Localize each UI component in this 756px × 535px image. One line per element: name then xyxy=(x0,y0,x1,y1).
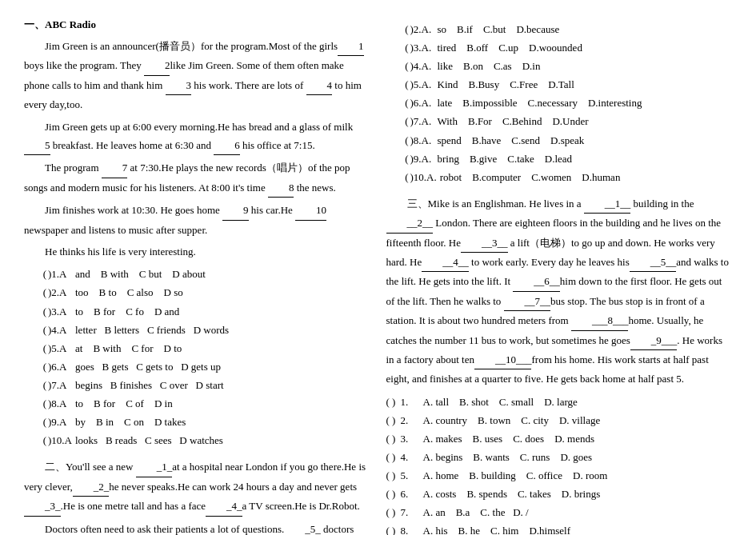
passage-2-p2: Doctors often need to ask their patients… xyxy=(24,520,370,536)
blank-1-8: 8 xyxy=(268,178,294,198)
q3-2: ( ) 2. A. country B. town C. city D. vil… xyxy=(386,412,733,429)
passage-1-p4: Jim finishes work at 10:30. He goes home… xyxy=(24,201,370,239)
rq2-8: ( )8.A. spend B.have C.send D.speak xyxy=(386,132,733,150)
passage-2-p1: 二、You'll see a new _1_at a hospital near… xyxy=(24,457,370,516)
blank-1-7: 7 xyxy=(102,158,128,178)
blank-1-10: 10 xyxy=(295,201,326,220)
blank-3-1: __1__ xyxy=(584,194,631,214)
blank-3-3: __3__ xyxy=(461,234,508,253)
rq2-5: ( )5.A. Kind B.Busy C.Free D.Tall xyxy=(386,76,733,94)
blank-1-1: 1 xyxy=(338,37,364,56)
page: 一、ABC Radio Jim Green is an announcer(播音… xyxy=(24,16,732,535)
q1-10: ( )10.A looks B reads C sees D watches xyxy=(24,432,370,449)
blank-3-10: __10___ xyxy=(474,350,532,369)
q1-8: ( )8.A to B for C of D in xyxy=(24,395,370,413)
q1-6: ( )6.A goes B gets C gets to D gets up xyxy=(24,358,370,376)
blank-1-9: 9 xyxy=(222,201,249,220)
q3-5: ( ) 5. A. home B. building C. office D. … xyxy=(386,467,733,485)
q1-5: ( )5.A at B with C for D to xyxy=(24,340,370,357)
rq2-9: ( )9.A. bring B.give C.take D.lead xyxy=(386,150,733,168)
blank-3-8: ___8___ xyxy=(571,311,629,330)
section-one-questions: ( )1.A and B with C but D about ( )2.A t… xyxy=(24,266,370,449)
blank-3-6: __6__ xyxy=(513,272,560,291)
blank-3-5: __5__ xyxy=(630,253,677,272)
section-one-title: 一、ABC Radio xyxy=(24,16,370,34)
passage-3-p1: 三、Mike is an Englishman. He lives in a _… xyxy=(386,194,733,389)
rq2-6: ( )6.A. late B.impossible C.necessary D.… xyxy=(386,94,733,112)
q3-8: ( ) 8. A. his B. he C. him D.himself xyxy=(386,522,733,535)
blank-3-7: __7__ xyxy=(504,292,551,311)
section-two-block: 二、You'll see a new _1_at a hospital near… xyxy=(24,457,370,535)
right-column: ( )2.A. so B.if C.but D.because ( )3.A. … xyxy=(386,16,733,535)
passage-1-p3: The program 7 at 7:30.He plays the new r… xyxy=(24,158,370,198)
blank-3-4: __4__ xyxy=(422,253,469,272)
q1-9: ( )9.A by B in C on D takes xyxy=(24,413,370,431)
blank-2-2: _2_ xyxy=(73,477,110,497)
rq2-10: ( )10.A. robot B.computer C.women D.huma… xyxy=(386,169,733,186)
blank-1-4: 4 xyxy=(306,76,333,95)
blank-1-3: 3 xyxy=(166,76,192,95)
rq2-2: ( )2.A. so B.if C.but D.because xyxy=(386,21,733,38)
blank-3-9: _9___ xyxy=(630,331,678,350)
q1-4: ( )4.A letter B letters C friends D word… xyxy=(24,321,370,339)
q1-2: ( )2.A too B to C also D so xyxy=(24,284,370,301)
section-three-questions: ( ) 1. A. tall B. shot C. small D. large… xyxy=(386,393,733,535)
rq2-7: ( )7.A. With B.For C.Behind D.Under xyxy=(386,113,733,130)
passage-1-p1: Jim Green is an announcer(播音员）for the pr… xyxy=(24,37,370,114)
q3-1: ( ) 1. A. tall B. shot C. small D. large xyxy=(386,393,733,411)
q3-4: ( ) 4. A. begins B. wants C. runs D. goe… xyxy=(386,449,733,466)
q3-3: ( ) 3. A. makes B. uses C. does D. mends xyxy=(386,430,733,448)
section-two-right-questions: ( )2.A. so B.if C.but D.because ( )3.A. … xyxy=(386,21,733,186)
blank-2-5: _5_ xyxy=(284,520,321,536)
passage-1-p5: He thinks his life is very interesting. xyxy=(24,242,370,261)
blank-2-4: _4_ xyxy=(206,497,242,516)
section-one-passages: Jim Green is an announcer(播音员）for the pr… xyxy=(24,37,370,261)
rq2-3: ( )3.A. tired B.off C.up D.woounded xyxy=(386,39,733,57)
q1-7: ( )7.A begins B finishes C over D start xyxy=(24,377,370,394)
blank-1-6: 6 xyxy=(214,136,240,155)
blank-2-1: _1_ xyxy=(136,457,173,477)
section-three-block: 三、Mike is an Englishman. He lives in a _… xyxy=(386,194,733,389)
q1-3: ( )3.A to B for C fo D and xyxy=(24,303,370,321)
q3-7: ( ) 7. A. an B.a C. the D. / xyxy=(386,504,733,521)
q1-1: ( )1.A and B with C but D about xyxy=(24,266,370,283)
blank-3-2: __2__ xyxy=(386,214,434,233)
blank-1-2: 2 xyxy=(144,56,170,75)
blank-1-5: 5 xyxy=(24,136,50,155)
left-column: 一、ABC Radio Jim Green is an announcer(播音… xyxy=(24,16,370,535)
blank-2-3: _3_ xyxy=(24,497,61,516)
passage-1-p2: Jim Green gets up at 6:00 every morning.… xyxy=(24,118,370,156)
q3-6: ( ) 6. A. costs B. spends C. takes D. br… xyxy=(386,485,733,503)
rq2-4: ( )4.A. like B.on C.as D.in xyxy=(386,58,733,75)
